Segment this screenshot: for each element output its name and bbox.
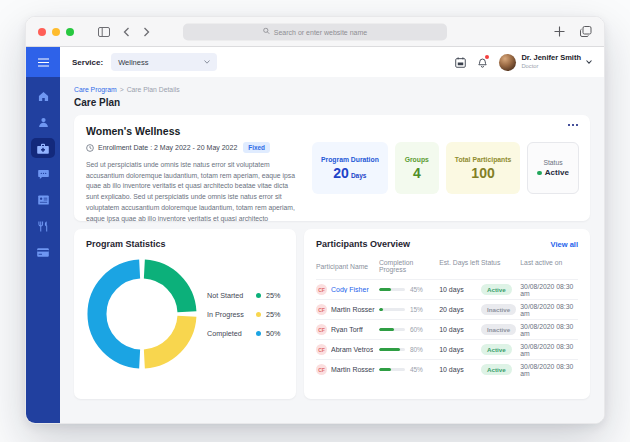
donut-chart bbox=[86, 258, 198, 370]
fixed-badge: Fixed bbox=[243, 142, 270, 153]
participants-table: Participant Name Completion Progress Est… bbox=[316, 256, 578, 379]
browser-window: Search or enter website name bbox=[25, 16, 605, 424]
sidebar-item-messages[interactable] bbox=[31, 164, 55, 184]
table-row: CFMartin Rosser45%10 daysActive30/08/202… bbox=[316, 359, 578, 379]
menu-toggle-button[interactable] bbox=[26, 47, 60, 77]
breadcrumb-separator: > bbox=[120, 86, 124, 93]
enrollment-date: Enrollment Date : 2 May 2022 - 20 May 20… bbox=[98, 144, 237, 151]
sidebar-item-patients[interactable] bbox=[31, 112, 55, 132]
status-badge: Active bbox=[481, 344, 512, 355]
progress-percent: 15% bbox=[410, 306, 423, 313]
care-plan-description: Sed ut perspiciatis unde omnis iste natu… bbox=[86, 160, 298, 224]
minimize-window-button[interactable] bbox=[52, 28, 60, 36]
status-badge: Active bbox=[481, 284, 512, 295]
legend-value: 25% bbox=[266, 291, 280, 300]
new-tab-button[interactable] bbox=[554, 23, 565, 41]
stat-groups: Groups 4 bbox=[395, 142, 439, 194]
progress-bar bbox=[379, 308, 405, 311]
service-dropdown[interactable]: Wellness bbox=[111, 53, 217, 71]
participants-overview-title: Participants Overview bbox=[316, 239, 410, 249]
program-statistics-card: Program Statistics Not Started25%In Prog… bbox=[74, 229, 296, 399]
user-menu[interactable]: Dr. Jenifer Smith Doctor bbox=[499, 54, 592, 71]
last-active: 30/08/2020 08:30 am bbox=[520, 343, 578, 357]
donut-segment-completed bbox=[97, 269, 140, 359]
zoom-window-button[interactable] bbox=[66, 28, 74, 36]
sidebar-item-care-programs[interactable] bbox=[31, 138, 55, 158]
page-content: Care Program > Care Plan Details Care Pl… bbox=[60, 77, 604, 423]
service-label: Service: bbox=[72, 58, 103, 67]
breadcrumb: Care Program > Care Plan Details bbox=[74, 86, 590, 93]
participants-table-header: Participant Name Completion Progress Est… bbox=[316, 256, 578, 279]
participants-overview-card: Participants Overview View all Participa… bbox=[304, 229, 590, 399]
participant-name: Abram Vetros bbox=[331, 346, 373, 353]
legend-item-not-started: Not Started25% bbox=[207, 291, 280, 300]
donut-segment-not-started bbox=[144, 269, 187, 312]
chat-icon bbox=[38, 169, 49, 180]
legend-dot bbox=[256, 293, 261, 298]
sidebar-item-billing[interactable] bbox=[31, 242, 55, 262]
address-bar[interactable]: Search or enter website name bbox=[183, 23, 447, 40]
progress-bar bbox=[379, 348, 405, 351]
calendar-button[interactable] bbox=[455, 57, 466, 68]
participant-name: Martin Rosser bbox=[331, 306, 375, 313]
sidebar-item-records[interactable] bbox=[31, 190, 55, 210]
days-left: 10 days bbox=[439, 366, 481, 373]
table-row: CFCody Fisher45%10 daysActive30/08/2020 … bbox=[316, 279, 578, 299]
participant-name-link[interactable]: Cody Fisher bbox=[331, 286, 369, 293]
more-options-button[interactable] bbox=[568, 124, 578, 126]
address-bar-placeholder: Search or enter website name bbox=[274, 28, 367, 35]
legend-dot bbox=[256, 312, 261, 317]
id-card-icon bbox=[38, 195, 49, 205]
table-row: CFMartin Rosser15%20 daysInactive30/08/2… bbox=[316, 299, 578, 319]
back-button[interactable] bbox=[123, 27, 130, 37]
search-icon bbox=[263, 28, 270, 36]
care-plan-title: Women's Wellness bbox=[86, 125, 298, 137]
user-name: Dr. Jenifer Smith bbox=[521, 54, 581, 63]
chevron-down-icon bbox=[204, 60, 210, 64]
participant-avatar: CF bbox=[316, 344, 327, 355]
user-role: Doctor bbox=[521, 63, 581, 70]
table-row: CFRyan Torff60%10 daysInactive30/08/2020… bbox=[316, 319, 578, 339]
browser-chrome: Search or enter website name bbox=[26, 17, 604, 47]
avatar bbox=[499, 54, 516, 71]
browser-sidebar-icon[interactable] bbox=[98, 27, 110, 37]
legend-item-in-progress: In Progress25% bbox=[207, 310, 280, 319]
utensils-icon bbox=[38, 221, 49, 232]
legend-label: Completed bbox=[207, 329, 251, 338]
progress-percent: 45% bbox=[410, 366, 423, 373]
legend-value: 25% bbox=[266, 310, 280, 319]
progress-percent: 60% bbox=[410, 326, 423, 333]
program-statistics-title: Program Statistics bbox=[86, 239, 284, 249]
view-all-link[interactable]: View all bbox=[551, 240, 578, 249]
participants-table-body: CFCody Fisher45%10 daysActive30/08/2020 … bbox=[316, 279, 578, 379]
progress-percent: 80% bbox=[410, 346, 423, 353]
participant-avatar: CF bbox=[316, 304, 327, 315]
medical-bag-icon bbox=[37, 143, 49, 154]
days-left: 10 days bbox=[439, 346, 481, 353]
progress-percent: 45% bbox=[410, 286, 423, 293]
breadcrumb-current: Care Plan Details bbox=[127, 86, 180, 93]
status-badge: Active bbox=[481, 364, 512, 375]
legend-dot bbox=[256, 331, 261, 336]
participant-name: Ryan Torff bbox=[331, 326, 363, 333]
last-active: 30/08/2020 08:30 am bbox=[520, 323, 578, 337]
user-icon bbox=[38, 117, 49, 128]
participant-avatar: CF bbox=[316, 324, 327, 335]
tab-overview-icon[interactable] bbox=[580, 23, 592, 41]
forward-button[interactable] bbox=[143, 27, 150, 37]
stat-program-duration: Program Duration 20Days bbox=[312, 142, 388, 194]
participant-avatar: CF bbox=[316, 284, 327, 295]
status-badge: Inactive bbox=[481, 304, 516, 315]
close-window-button[interactable] bbox=[38, 28, 46, 36]
last-active: 30/08/2020 08:30 am bbox=[520, 283, 578, 297]
last-active: 30/08/2020 08:30 am bbox=[520, 363, 578, 377]
service-dropdown-value: Wellness bbox=[118, 58, 148, 67]
sidebar-item-nutrition[interactable] bbox=[31, 216, 55, 236]
breadcrumb-care-program[interactable]: Care Program bbox=[74, 86, 117, 93]
active-status-dot bbox=[537, 171, 542, 176]
sidebar-item-home[interactable] bbox=[31, 86, 55, 106]
donut-segment-in-progress bbox=[144, 316, 187, 359]
participant-avatar: CF bbox=[316, 364, 327, 375]
status-badge: Inactive bbox=[481, 324, 516, 335]
notifications-button[interactable] bbox=[477, 56, 488, 68]
